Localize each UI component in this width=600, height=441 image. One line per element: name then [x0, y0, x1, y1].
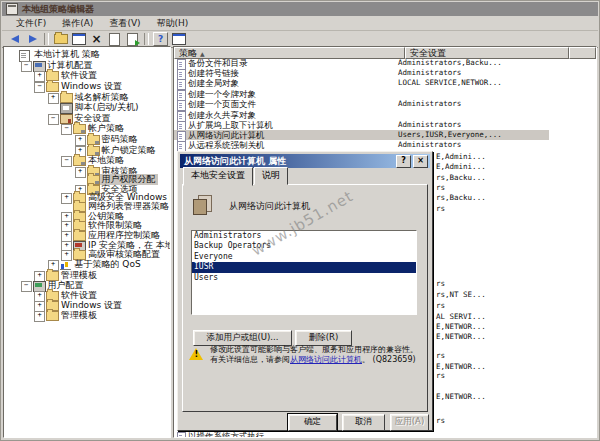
app-icon [6, 3, 18, 15]
member-list-item[interactable]: Administrators [192, 231, 416, 241]
tab-explain[interactable]: 说明 [254, 167, 288, 185]
apply-button[interactable]: 应用(A) [390, 414, 429, 431]
list-item[interactable]: 从扩展坞上取下计算机Administrators [174, 120, 596, 130]
new-window-icon[interactable] [171, 33, 186, 46]
security-setting-value: Users,IUSR,Everyone,... [398, 130, 502, 140]
security-setting-fragment: rs [436, 371, 445, 381]
policy-label: 创建一个页面文件 [188, 99, 256, 109]
remove-button[interactable]: 删除(R) [295, 330, 352, 346]
security-setting-fragment: rs,NT SE... [436, 290, 486, 300]
ok-button[interactable]: 确定 [288, 414, 337, 431]
member-list-item[interactable]: Users [192, 273, 416, 283]
security-setting-value: Administrators [398, 140, 461, 150]
policy-label: 备份文件和目录 [188, 58, 248, 68]
console-tree-panel: 本地计算机 策略−计算机配置+软件设置−Windows 设置+域名解析策略脚本(… [3, 46, 171, 438]
tree-item[interactable]: 脚本(启动/关机) [4, 102, 170, 113]
folder-icon [46, 311, 59, 321]
tree-item-label: 脚本(启动/关机) [73, 102, 141, 113]
member-list-item[interactable]: Everyone [192, 252, 416, 262]
folder-key-icon [73, 124, 86, 134]
tree-item-label: 密码策略 [100, 134, 140, 145]
tree-item-label: 软件设置 [59, 70, 99, 81]
policy-label: 创建一个令牌对象 [188, 89, 256, 99]
member-list-item[interactable]: Backup Operators [192, 241, 416, 251]
tab-local-security-setting[interactable]: 本地安全设置 [183, 167, 253, 186]
security-setting-fragment: E,Admini... [436, 162, 486, 172]
tree-item[interactable]: +软件设置 [4, 70, 170, 81]
policy-help-link[interactable]: 从网络访问此计算机 [290, 355, 362, 364]
security-setting-value: Administrators [398, 68, 461, 78]
security-setting-fragment: rs [436, 279, 445, 289]
security-setting-fragment: rs [436, 416, 445, 426]
window-title: 本地组策略编辑器 [22, 3, 94, 16]
tree-item[interactable]: 本地计算机 策略 [4, 49, 170, 60]
tree-expand-box[interactable]: + [34, 311, 45, 322]
show-console-tree-icon[interactable] [71, 33, 86, 46]
sort-ascending-icon: ▲ [200, 50, 205, 57]
back-icon[interactable] [7, 33, 22, 46]
list-item[interactable]: 创建永久共享对象 [174, 110, 596, 120]
dialog-close-icon[interactable]: × [413, 155, 428, 168]
member-list-item[interactable]: IUSR [192, 262, 416, 272]
policy-stack-icon [193, 195, 213, 215]
separator [44, 33, 49, 45]
tree-item-label: Windows 设置 [59, 81, 124, 92]
up-one-level-icon[interactable] [53, 33, 68, 46]
tree-item-label: 本地计算机 策略 [32, 49, 102, 60]
list-item[interactable]: 从远程系统强制关机Administrators [174, 140, 596, 150]
list-item[interactable]: 创建全局对象LOCAL SERVICE,NETWOR... [174, 78, 596, 88]
menu-item[interactable]: 查看(V) [101, 16, 148, 31]
policy-label: 创建全局对象 [188, 78, 239, 88]
security-setting-fragment: E,Admini... [436, 152, 486, 162]
tree-item[interactable]: −Windows 设置 [4, 81, 170, 92]
security-setting-fragment: rs,Backu... [436, 173, 486, 183]
local-group-policy-editor-window: 本地组策略编辑器 文件(F)操作(A)查看(V)帮助(H) ×? 本地计算机 策… [0, 0, 600, 441]
cancel-button[interactable]: 取消 [342, 414, 385, 431]
help-icon[interactable]: ? [153, 33, 168, 46]
dialog-tabs: 本地安全设置 说明 [183, 171, 289, 185]
security-setting-fragment: E,NETWOR... [436, 392, 486, 402]
export-list-icon[interactable] [125, 33, 140, 46]
forward-icon[interactable] [25, 33, 40, 46]
list-item[interactable]: 创建符号链接Administrators [174, 68, 596, 78]
security-setting-value: Administrators [398, 120, 461, 130]
tree-item-label: 基于策略的 QoS [73, 259, 143, 270]
title-bar[interactable]: 本地组策略编辑器 [2, 2, 598, 16]
add-user-or-group-button[interactable]: 添加用户或组(U)... [193, 330, 292, 346]
dialog-policy-name: 从网络访问此计算机 [229, 200, 310, 213]
dialog-title: 从网络访问此计算机 属性 [184, 155, 396, 168]
policy-label: 从远程系统强制关机 [188, 140, 265, 150]
folder-key-icon [73, 156, 86, 166]
separator [144, 33, 149, 45]
menu-item[interactable]: 文件(F) [8, 16, 54, 31]
delete-icon[interactable]: × [89, 33, 104, 46]
tree-item[interactable]: +基于策略的 QoS [4, 259, 170, 270]
security-setting-fragment: rs [436, 301, 445, 311]
menu-item[interactable]: 帮助(H) [149, 16, 197, 31]
policy-label: 创建符号链接 [188, 68, 239, 78]
security-setting-fragment: rs,Backu... [436, 193, 486, 203]
qos-icon [60, 260, 71, 270]
tree-item[interactable]: +管理模板 [4, 310, 170, 321]
dialog-title-bar[interactable]: 从网络访问此计算机 属性 ? × [180, 154, 430, 168]
policy-label: 从扩展坞上取下计算机 [188, 120, 273, 130]
warning-icon [189, 348, 203, 360]
menu-item[interactable]: 操作(A) [54, 16, 101, 31]
warning-text: 修改此设置可能影响与客户端、服务和应用程序的兼容性。有关详细信息，请参阅从网络访… [210, 345, 422, 365]
list-item[interactable]: 创建一个页面文件Administrators [174, 99, 596, 109]
list-item[interactable]: 备份文件和目录Administrators,Backu... [174, 58, 596, 68]
security-setting-fragment: rs [436, 183, 445, 193]
policy-label: 以操作系统方式执行 [188, 431, 265, 438]
dialog-help-icon[interactable]: ? [396, 155, 411, 168]
properties-icon[interactable] [107, 33, 122, 46]
list-item[interactable]: 从网络访问此计算机Users,IUSR,Everyone,... [174, 130, 596, 140]
tree-item-label: 管理模板 [59, 310, 99, 321]
members-listbox[interactable]: AdministratorsBackup OperatorsEveryoneIU… [191, 230, 417, 315]
security-setting-fragment: rs [436, 204, 445, 214]
menu-bar: 文件(F)操作(A)查看(V)帮助(H) [2, 16, 598, 31]
security-setting-fragment: E,NETWOR... [436, 332, 486, 342]
dialog-tab-page: 从网络访问此计算机 AdministratorsBackup Operators… [182, 184, 428, 412]
folder-icon [46, 82, 59, 92]
list-item[interactable]: 创建一个令牌对象 [174, 89, 596, 99]
security-setting-fragment: rs [436, 351, 445, 361]
